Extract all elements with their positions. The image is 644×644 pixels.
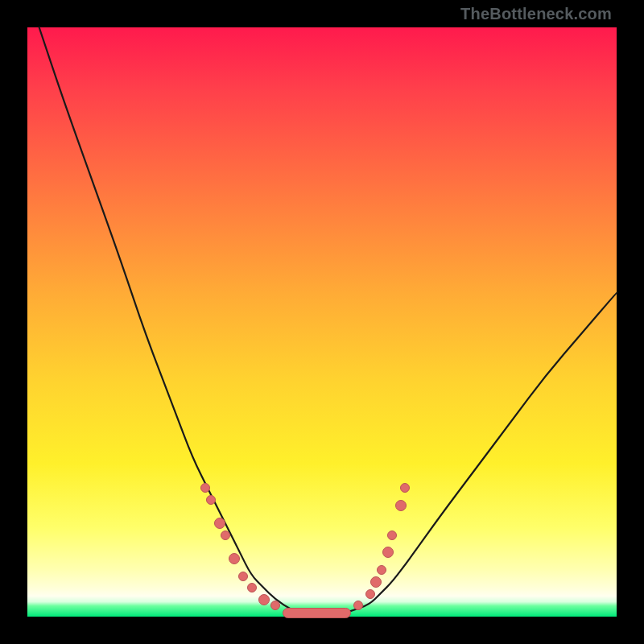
data-marker xyxy=(387,530,397,540)
data-marker xyxy=(382,547,394,558)
data-marker xyxy=(395,500,407,511)
data-marker xyxy=(238,572,248,581)
data-marker xyxy=(206,495,216,505)
data-marker xyxy=(370,576,382,588)
plot-area xyxy=(27,27,617,617)
data-marker xyxy=(229,553,240,564)
data-marker xyxy=(214,518,225,529)
curve-svg xyxy=(27,27,617,617)
data-marker xyxy=(200,483,210,493)
data-marker xyxy=(365,589,375,599)
watermark-text: TheBottleneck.com xyxy=(460,5,612,23)
trough-segment xyxy=(283,608,351,618)
data-marker xyxy=(258,594,270,605)
bottleneck-curve xyxy=(39,27,617,617)
data-marker xyxy=(221,530,230,540)
chart-frame: TheBottleneck.com xyxy=(0,0,644,644)
